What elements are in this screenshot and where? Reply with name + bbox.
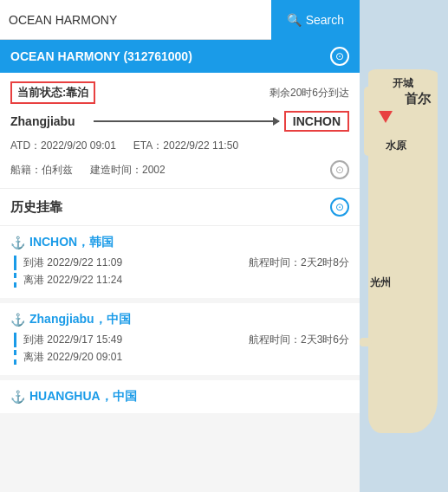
city-label-suwon: 水原 bbox=[386, 139, 406, 153]
history-port-name-1: ⚓ INCHON，韩国 bbox=[10, 235, 349, 250]
history-item: ⚓ Zhangjiabu，中国 到港 2022/9/17 15:49 航程时间：… bbox=[0, 303, 360, 375]
port-to-label: INCHON bbox=[284, 111, 349, 132]
history-port-label-1: INCHON，韩国 bbox=[29, 235, 114, 250]
build-value: 2002 bbox=[142, 164, 166, 176]
anchor-icon-2: ⚓ bbox=[10, 313, 25, 327]
city-label-gwangju: 光州 bbox=[370, 275, 391, 290]
history-departure-1: 离港 2022/9/22 11:24 bbox=[23, 274, 122, 286]
history-details-2: 到港 2022/9/17 15:49 航程时间：2天3时6分 离港 2022/9… bbox=[10, 333, 349, 365]
anchor-icon-1: ⚓ bbox=[10, 236, 25, 249]
atd-label: ATD：2022/9/20 09:01 bbox=[10, 139, 116, 153]
flag-label: 船籍： bbox=[10, 164, 42, 176]
route-arrow bbox=[88, 120, 284, 122]
history-voyage-1: 航程时间：2天2时8分 bbox=[249, 256, 349, 270]
city-label-kaesong: 开城 bbox=[393, 76, 413, 91]
arrow-line bbox=[94, 120, 279, 122]
history-details-1: 到港 2022/9/22 11:09 航程时间：2天2时8分 离港 2022/9… bbox=[10, 256, 349, 288]
history-port-name-2: ⚓ Zhangjiabu，中国 bbox=[10, 312, 349, 327]
history-toggle-button[interactable]: ⊙ bbox=[330, 197, 349, 217]
extra-info-toggle-button[interactable]: ⊙ bbox=[330, 160, 349, 179]
port-from-label: Zhangjiabu bbox=[10, 114, 88, 128]
city-label-seoul: 首尔 bbox=[405, 91, 431, 107]
extra-left: 船籍：伯利兹 建造时间：2002 bbox=[10, 163, 166, 178]
search-input-wrap bbox=[0, 12, 271, 28]
build-label: 建造时间： bbox=[90, 164, 142, 176]
ship-title: OCEAN HARMONY (312761000) bbox=[10, 49, 192, 63]
search-button-label: Search bbox=[306, 13, 344, 27]
ship-title-toggle-button[interactable]: ⊙ bbox=[330, 47, 349, 66]
ship-title-bar: OCEAN HARMONY (312761000) ⊙ bbox=[0, 40, 360, 73]
history-item: ⚓ HUANGHUA，中国 bbox=[0, 380, 360, 413]
search-button[interactable]: 🔍 Search bbox=[271, 0, 360, 40]
atd-eta-row: ATD：2022/9/20 09:01 ETA：2022/9/22 11:50 bbox=[10, 139, 349, 153]
search-bar: 🔍 Search bbox=[0, 0, 360, 40]
history-departure-2: 离港 2022/9/20 09:01 bbox=[23, 351, 122, 363]
history-arrival-row-2: 到港 2022/9/17 15:49 航程时间：2天3时6分 bbox=[14, 333, 349, 347]
main-panel: 🔍 Search OCEAN HARMONY (312761000) ⊙ 当前状… bbox=[0, 0, 360, 492]
flag-value: 伯利兹 bbox=[42, 164, 73, 176]
history-section[interactable]: 历史挂靠 ⊙ ⚓ INCHON，韩国 到港 2022/9/22 11:09 航程… bbox=[0, 189, 360, 492]
status-row: 当前状态:靠泊 剩余20时6分到达 bbox=[10, 81, 349, 104]
history-port-name-3: ⚓ HUANGHUA，中国 bbox=[10, 389, 349, 405]
history-port-label-2: Zhangjiabu，中国 bbox=[29, 312, 131, 327]
route-row: Zhangjiabu INCHON bbox=[10, 111, 349, 132]
map-background: 开城 首尔 水原 光州 bbox=[360, 0, 448, 492]
history-departure-row-1: 离港 2022/9/22 11:24 bbox=[14, 273, 349, 288]
ship-marker bbox=[379, 111, 393, 123]
history-title: 历史挂靠 bbox=[10, 199, 62, 216]
anchor-icon-3: ⚓ bbox=[10, 390, 25, 404]
history-item: ⚓ INCHON，韩国 到港 2022/9/22 11:09 航程时间：2天2时… bbox=[0, 226, 360, 298]
search-icon: 🔍 bbox=[287, 13, 302, 27]
ship-info-section: 当前状态:靠泊 剩余20时6分到达 Zhangjiabu INCHON ATD：… bbox=[0, 73, 360, 189]
flag-info: 船籍：伯利兹 bbox=[10, 163, 73, 178]
history-departure-row-2: 离港 2022/9/20 09:01 bbox=[14, 350, 349, 365]
status-badge: 当前状态:靠泊 bbox=[10, 81, 95, 104]
extra-info-row: 船籍：伯利兹 建造时间：2002 ⊙ bbox=[10, 160, 349, 179]
history-voyage-2: 航程时间：2天3时6分 bbox=[249, 333, 349, 347]
history-arrival-row-1: 到港 2022/9/22 11:09 航程时间：2天2时8分 bbox=[14, 256, 349, 270]
build-info: 建造时间：2002 bbox=[90, 163, 166, 178]
history-header: 历史挂靠 ⊙ bbox=[0, 189, 360, 226]
eta-label: ETA：2022/9/22 11:50 bbox=[133, 139, 238, 153]
history-arrival-2: 到港 2022/9/17 15:49 bbox=[23, 333, 122, 347]
history-port-label-3: HUANGHUA，中国 bbox=[29, 389, 137, 405]
history-arrival-1: 到港 2022/9/22 11:09 bbox=[23, 256, 122, 270]
search-input[interactable] bbox=[9, 13, 263, 27]
eta-remaining: 剩余20时6分到达 bbox=[269, 86, 349, 100]
